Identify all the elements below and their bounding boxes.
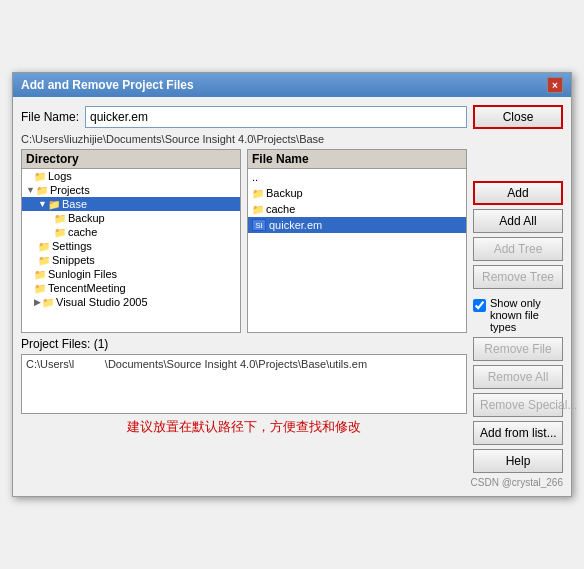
folder-icon: 📁 <box>252 204 264 215</box>
folder-icon: 📁 <box>36 185 48 196</box>
remove-special-button[interactable]: Remove Special... <box>473 393 563 417</box>
folder-icon: 📁 <box>252 188 264 199</box>
tree-item-snippets[interactable]: 📁 Snippets <box>22 253 240 267</box>
file-name-row: File Name: Close <box>21 105 563 129</box>
folder-icon: 📁 <box>34 171 46 182</box>
directory-panel-header: Directory <box>22 150 240 169</box>
expand-icon: ▶ <box>34 297 41 307</box>
dialog: Add and Remove Project Files × File Name… <box>12 72 572 497</box>
file-item-cache[interactable]: 📁 cache <box>248 201 466 217</box>
dialog-title: Add and Remove Project Files <box>21 78 194 92</box>
help-button[interactable]: Help <box>473 449 563 473</box>
show-known-types-label: Show only known file types <box>490 297 563 333</box>
add-tree-button[interactable]: Add Tree <box>473 237 563 261</box>
folder-icon: 📁 <box>34 283 46 294</box>
expand-icon: ▼ <box>26 185 35 195</box>
path-label: C:\Users\liuzhijie\Documents\Source Insi… <box>21 133 563 145</box>
watermark: CSDN @crystal_266 <box>21 477 563 488</box>
top-right-buttons: Add Add All Add Tree Remove Tree Show on… <box>473 149 563 333</box>
file-icon: SI <box>252 219 266 231</box>
tree-item-tencent[interactable]: 📁 TencentMeeting <box>22 281 240 295</box>
file-name-panel: File Name .. 📁 Backup 📁 cache SI <box>247 149 467 333</box>
show-known-types-checkbox[interactable] <box>473 299 486 312</box>
close-x-button[interactable]: × <box>547 77 563 93</box>
file-name-panel-header: File Name <box>248 150 466 169</box>
folder-icon: 📁 <box>42 297 54 308</box>
project-files-list[interactable]: C:\Users\l \Documents\Source Insight 4.0… <box>21 354 467 414</box>
file-item-parent[interactable]: .. <box>248 169 466 185</box>
project-files-header: Project Files: (1) <box>21 337 467 351</box>
file-item-quicker[interactable]: SI quicker.em <box>248 217 466 233</box>
tree-item-vs2005[interactable]: ▶ 📁 Visual Studio 2005 <box>22 295 240 309</box>
file-name-label: File Name: <box>21 110 79 124</box>
project-files-section: Project Files: (1) C:\Users\l \Documents… <box>21 337 563 473</box>
expand-icon: ▼ <box>38 199 47 209</box>
tree-item-cache[interactable]: 📁 cache <box>22 225 240 239</box>
remove-file-button[interactable]: Remove File <box>473 337 563 361</box>
annotation-text: 建议放置在默认路径下，方便查找和修改 <box>21 418 467 436</box>
tree-item-sunlogin[interactable]: 📁 Sunlogin Files <box>22 267 240 281</box>
project-files-left: Project Files: (1) C:\Users\l \Documents… <box>21 337 467 473</box>
add-button[interactable]: Add <box>473 181 563 205</box>
bottom-right-buttons: Remove File Remove All Remove Special...… <box>473 337 563 473</box>
file-name-panel-content[interactable]: .. 📁 Backup 📁 cache SI quicker.em <box>248 169 466 332</box>
project-file-item[interactable]: C:\Users\l \Documents\Source Insight 4.0… <box>24 357 464 371</box>
remove-tree-button[interactable]: Remove Tree <box>473 265 563 289</box>
folder-icon: 📁 <box>54 213 66 224</box>
folder-icon: 📁 <box>48 199 60 210</box>
folder-icon: 📁 <box>38 255 50 266</box>
title-bar: Add and Remove Project Files × <box>13 73 571 97</box>
file-name-input[interactable] <box>85 106 467 128</box>
tree-item-base[interactable]: ▼ 📁 Base <box>22 197 240 211</box>
add-from-list-button[interactable]: Add from list... <box>473 421 563 445</box>
folder-icon: 📁 <box>34 269 46 280</box>
add-all-button[interactable]: Add All <box>473 209 563 233</box>
folder-icon: 📁 <box>54 227 66 238</box>
tree-item-settings[interactable]: 📁 Settings <box>22 239 240 253</box>
remove-all-button[interactable]: Remove All <box>473 365 563 389</box>
tree-item-backup[interactable]: 📁 Backup <box>22 211 240 225</box>
directory-panel: Directory 📁 Logs ▼ 📁 Projects ▼ 📁 <box>21 149 241 333</box>
show-known-types-row: Show only known file types <box>473 297 563 333</box>
directory-panel-content[interactable]: 📁 Logs ▼ 📁 Projects ▼ 📁 Base 📁 <box>22 169 240 332</box>
file-item-backup[interactable]: 📁 Backup <box>248 185 466 201</box>
tree-item-logs[interactable]: 📁 Logs <box>22 169 240 183</box>
close-button[interactable]: Close <box>473 105 563 129</box>
folder-icon: 📁 <box>38 241 50 252</box>
tree-item-projects[interactable]: ▼ 📁 Projects <box>22 183 240 197</box>
